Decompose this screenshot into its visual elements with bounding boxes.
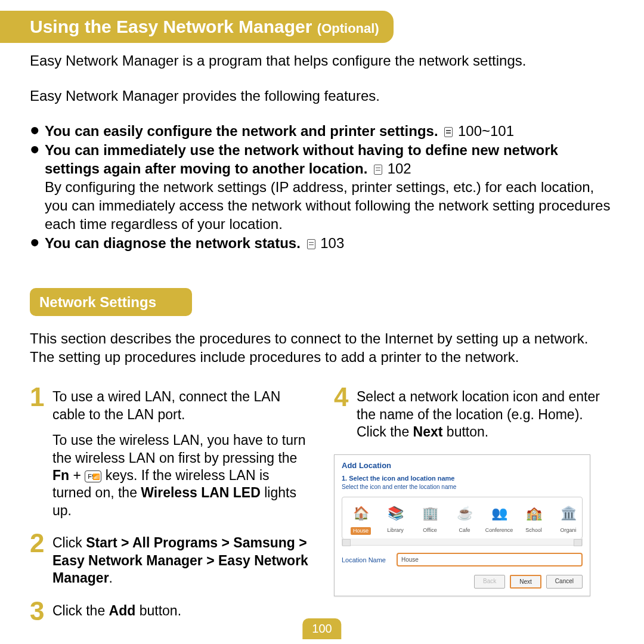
step-3: 3 Click the Add button. xyxy=(30,600,310,621)
location-library[interactable]: 📚 Library xyxy=(380,503,410,535)
step-2-bold: Start > All Programs > Samsung > Easy Ne… xyxy=(52,535,308,586)
page-ref-icon xyxy=(374,165,382,175)
step-1-plus: + xyxy=(69,467,85,483)
bullet-icon: ● xyxy=(30,122,40,138)
step-2: 2 Click Start > All Programs > Samsung >… xyxy=(30,532,310,587)
section-heading: Network Settings xyxy=(30,288,192,316)
step-number: 4 xyxy=(334,386,351,407)
page-ref-icon xyxy=(444,127,453,137)
dialog-title: Add Location xyxy=(342,461,583,471)
back-button[interactable]: Back xyxy=(474,575,505,589)
location-conference[interactable]: 👥 Conference xyxy=(484,503,514,535)
step-4: 4 Select a network location icon and ent… xyxy=(334,386,614,441)
intro-paragraph-2: Easy Network Manager provides the follow… xyxy=(30,86,614,105)
intro-paragraph-1: Easy Network Manager is a program that h… xyxy=(30,51,614,70)
page-number: 100 xyxy=(302,618,341,639)
step-number: 2 xyxy=(30,532,47,553)
location-label: Conference xyxy=(485,527,513,534)
feature-list: ● You can easily configure the network a… xyxy=(30,122,614,252)
step-1-fn: Fn xyxy=(52,467,69,483)
bullet-icon: ● xyxy=(30,234,40,250)
conference-icon: 👥 xyxy=(488,503,510,525)
page-title: Using the Easy Network Manager xyxy=(30,17,312,36)
bullet-icon: ● xyxy=(30,141,40,157)
step-3-end: button. xyxy=(135,603,181,618)
location-organization[interactable]: 🏛️ Organi xyxy=(553,503,583,535)
location-label: Library xyxy=(387,527,404,534)
location-name-input[interactable]: House xyxy=(397,553,583,566)
step-1-a: To use a wired LAN, connect the LAN cabl… xyxy=(52,389,280,422)
step-1: 1 To use a wired LAN, connect the LAN ca… xyxy=(30,386,310,519)
right-column: 4 Select a network location icon and ent… xyxy=(334,386,614,634)
step-number: 3 xyxy=(30,600,47,621)
organization-icon: 🏛️ xyxy=(558,503,579,525)
step-number: 1 xyxy=(30,386,47,407)
location-cafe[interactable]: ☕ Cafe xyxy=(450,503,479,535)
office-icon: 🏢 xyxy=(419,503,441,525)
location-name-label: Location Name xyxy=(342,556,386,564)
location-label: Office xyxy=(423,527,436,534)
add-location-dialog: Add Location 1. Select the icon and loca… xyxy=(334,454,590,597)
location-school[interactable]: 🏫 School xyxy=(519,503,549,535)
step-4-bold: Next xyxy=(413,424,443,439)
location-house[interactable]: 🏠 House xyxy=(346,503,376,535)
step-2-end: . xyxy=(109,570,113,586)
page-title-bar: Using the Easy Network Manager (Optional… xyxy=(0,11,394,43)
location-office[interactable]: 🏢 Office xyxy=(415,503,445,535)
library-icon: 📚 xyxy=(385,503,406,525)
location-label: House xyxy=(351,527,371,535)
page-ref-icon xyxy=(307,239,315,249)
feature-1-ref: 100~101 xyxy=(454,123,514,139)
location-label: School xyxy=(525,527,542,534)
step-1-led: Wireless LAN LED xyxy=(141,485,260,500)
location-label: Cafe xyxy=(459,527,470,534)
step-3-pre: Click the xyxy=(52,603,109,618)
feature-3-bold: You can diagnose the network status. xyxy=(45,235,301,251)
section-intro: This section describes the procedures to… xyxy=(30,329,614,366)
location-label: Organi xyxy=(560,527,576,534)
step-1-b-pre: To use the wireless LAN, you have to tur… xyxy=(52,432,305,465)
horizontal-scrollbar[interactable] xyxy=(342,538,583,546)
next-button[interactable]: Next xyxy=(510,575,541,589)
dialog-subheading: Select the icon and enter the location n… xyxy=(342,483,583,491)
step-4-end: button. xyxy=(442,424,488,439)
f9-key-icon: F9 xyxy=(85,470,101,482)
cancel-button[interactable]: Cancel xyxy=(546,575,583,589)
cafe-icon: ☕ xyxy=(454,503,475,525)
dialog-step-heading: 1. Select the icon and location name xyxy=(342,474,583,482)
house-icon: 🏠 xyxy=(350,503,371,525)
feature-3-ref: 103 xyxy=(317,235,345,251)
step-3-bold: Add xyxy=(109,603,136,618)
page-title-optional: (Optional) xyxy=(317,21,379,36)
feature-2-bold: You can immediately use the network with… xyxy=(45,142,558,177)
feature-1-bold: You can easily configure the network and… xyxy=(45,123,438,139)
feature-2-body: By configuring the network settings (IP … xyxy=(45,179,610,232)
feature-2-ref: 102 xyxy=(383,160,411,177)
step-2-pre: Click xyxy=(52,535,86,550)
school-icon: 🏫 xyxy=(523,503,544,525)
location-icon-row: 🏠 House 📚 Library 🏢 Office ☕ xyxy=(342,497,583,540)
left-column: 1 To use a wired LAN, connect the LAN ca… xyxy=(30,386,310,634)
